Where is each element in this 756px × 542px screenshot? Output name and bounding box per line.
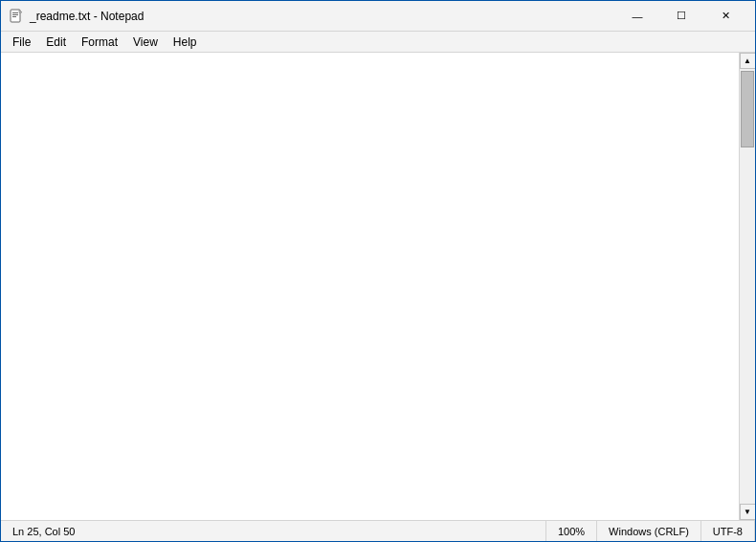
text-editor[interactable] xyxy=(1,53,739,520)
window-controls: — ☐ ✕ xyxy=(615,1,747,32)
vertical-scrollbar[interactable]: ▲ ▼ xyxy=(739,53,755,520)
menu-help[interactable]: Help xyxy=(166,34,205,51)
scroll-up-button[interactable]: ▲ xyxy=(740,53,756,69)
minimize-button[interactable]: — xyxy=(615,1,659,32)
menu-bar: File Edit Format View Help xyxy=(1,32,755,53)
status-zoom: 100% xyxy=(546,521,597,541)
scrollbar-thumb[interactable] xyxy=(741,71,754,147)
svg-rect-3 xyxy=(12,16,16,17)
scrollbar-track[interactable] xyxy=(740,69,755,504)
menu-format[interactable]: Format xyxy=(74,34,125,51)
notepad-window: _readme.txt - Notepad — ☐ ✕ File Edit Fo… xyxy=(0,0,756,542)
status-bar: Ln 25, Col 50 100% Windows (CRLF) UTF-8 xyxy=(1,520,755,541)
svg-rect-2 xyxy=(12,14,18,15)
scroll-down-button[interactable]: ▼ xyxy=(740,504,756,520)
menu-file[interactable]: File xyxy=(5,34,38,51)
maximize-button[interactable]: ☐ xyxy=(659,1,703,32)
app-icon xyxy=(9,9,24,24)
window-title: _readme.txt - Notepad xyxy=(30,10,615,23)
title-bar: _readme.txt - Notepad — ☐ ✕ xyxy=(1,1,755,32)
menu-edit[interactable]: Edit xyxy=(38,34,74,51)
svg-rect-0 xyxy=(11,10,20,22)
content-wrapper: ▲ ▼ xyxy=(1,53,755,520)
svg-rect-1 xyxy=(12,12,18,13)
menu-view[interactable]: View xyxy=(125,34,166,51)
status-position: Ln 25, Col 50 xyxy=(1,521,546,541)
status-line-ending: Windows (CRLF) xyxy=(597,521,701,541)
close-button[interactable]: ✕ xyxy=(703,1,747,32)
status-encoding: UTF-8 xyxy=(701,521,755,541)
